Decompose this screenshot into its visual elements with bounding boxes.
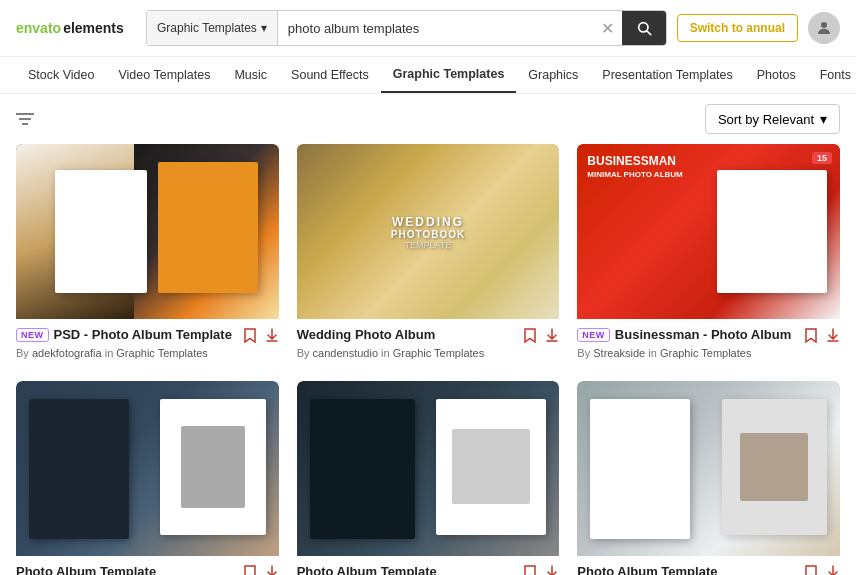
search-bar: Graphic Templates ▾ ✕ bbox=[146, 10, 667, 46]
nav-item-fonts[interactable]: Fonts bbox=[808, 58, 856, 92]
nav-item-photos[interactable]: Photos bbox=[745, 58, 808, 92]
card-info: Wedding Photo Album bbox=[297, 319, 560, 363]
card-info: Photo Album Template bbox=[577, 556, 840, 575]
nav-item-graphic-templates[interactable]: Graphic Templates bbox=[381, 57, 517, 93]
download-icon[interactable] bbox=[265, 564, 279, 575]
card-info: Photo Album Template bbox=[16, 556, 279, 575]
bookmark-icon[interactable] bbox=[523, 327, 537, 347]
sort-dropdown[interactable]: Sort by Relevant ▾ bbox=[705, 104, 840, 134]
download-icon[interactable] bbox=[826, 564, 840, 575]
search-clear-icon[interactable]: ✕ bbox=[593, 19, 622, 38]
search-button[interactable] bbox=[622, 11, 666, 45]
card-title: Photo Album Template bbox=[577, 564, 717, 575]
search-category-label: Graphic Templates bbox=[157, 21, 257, 35]
filter-button[interactable] bbox=[16, 112, 34, 126]
logo: envato elements bbox=[16, 20, 136, 36]
card-title-text: PSD - Photo Album Template bbox=[54, 327, 232, 342]
card-title: NEW Businessman - Photo Album bbox=[577, 327, 791, 342]
bookmark-icon[interactable] bbox=[804, 564, 818, 575]
card-title-text: Photo Album Template bbox=[297, 564, 437, 575]
results-grid: NEW PSD - Photo Album Template bbox=[0, 144, 856, 575]
nav-item-graphics[interactable]: Graphics bbox=[516, 58, 590, 92]
card-category[interactable]: Graphic Templates bbox=[393, 347, 485, 359]
sort-chevron-icon: ▾ bbox=[820, 111, 827, 127]
bookmark-icon[interactable] bbox=[523, 564, 537, 575]
card-category[interactable]: Graphic Templates bbox=[660, 347, 752, 359]
switch-annual-button[interactable]: Switch to annual bbox=[677, 14, 798, 42]
card-actions bbox=[804, 564, 840, 575]
card-title: NEW PSD - Photo Album Template bbox=[16, 327, 232, 342]
card-header-row: NEW Businessman - Photo Album bbox=[577, 327, 840, 347]
card-author-name[interactable]: candenstudio bbox=[313, 347, 378, 359]
card-author: By Streakside in Graphic Templates bbox=[577, 347, 840, 359]
card-header-row: Wedding Photo Album bbox=[297, 327, 560, 347]
card-title-text: Photo Album Template bbox=[16, 564, 156, 575]
card-title-text: Businessman - Photo Album bbox=[615, 327, 791, 342]
user-avatar[interactable] bbox=[808, 12, 840, 44]
card-actions bbox=[523, 327, 559, 347]
card-header-row: NEW PSD - Photo Album Template bbox=[16, 327, 279, 347]
card-author: By candenstudio in Graphic Templates bbox=[297, 347, 560, 359]
card-header-row: Photo Album Template bbox=[16, 564, 279, 575]
badge-new: NEW bbox=[16, 328, 49, 342]
card-item: NEW PSD - Photo Album Template bbox=[16, 144, 279, 363]
card-item: BUSINESSMAN MINIMAL PHOTO ALBUM 15 NEW B… bbox=[577, 144, 840, 363]
bookmark-icon[interactable] bbox=[243, 327, 257, 347]
nav-item-video-templates[interactable]: Video Templates bbox=[106, 58, 222, 92]
svg-point-2 bbox=[821, 22, 827, 28]
card-item: Photo Album Template bbox=[297, 381, 560, 575]
card-item: Photo Album Template bbox=[16, 381, 279, 575]
card-item: WEDDING PHOTOBOOK TEMPLATE Wedding Photo… bbox=[297, 144, 560, 363]
toolbar: Sort by Relevant ▾ bbox=[0, 94, 856, 144]
filter-icon bbox=[16, 112, 34, 126]
card-info: Photo Album Template bbox=[297, 556, 560, 575]
download-icon[interactable] bbox=[826, 327, 840, 347]
card-item: Photo Album Template bbox=[577, 381, 840, 575]
card-title: Photo Album Template bbox=[297, 564, 437, 575]
nav-item-presentation-templates[interactable]: Presentation Templates bbox=[590, 58, 744, 92]
card-actions bbox=[804, 327, 840, 347]
card-title: Photo Album Template bbox=[16, 564, 156, 575]
card-actions bbox=[243, 564, 279, 575]
header: envato elements Graphic Templates ▾ ✕ Sw… bbox=[0, 0, 856, 57]
main-nav: Stock Video Video Templates Music Sound … bbox=[0, 57, 856, 94]
nav-item-sound-effects[interactable]: Sound Effects bbox=[279, 58, 381, 92]
card-header-row: Photo Album Template bbox=[297, 564, 560, 575]
logo-envato-text: envato bbox=[16, 20, 61, 36]
card-title: Wedding Photo Album bbox=[297, 327, 436, 342]
badge-new: NEW bbox=[577, 328, 610, 342]
card-category[interactable]: Graphic Templates bbox=[116, 347, 208, 359]
card-actions bbox=[523, 564, 559, 575]
download-icon[interactable] bbox=[545, 327, 559, 347]
nav-item-stock-video[interactable]: Stock Video bbox=[16, 58, 106, 92]
card-title-text: Wedding Photo Album bbox=[297, 327, 436, 342]
category-chevron-icon: ▾ bbox=[261, 21, 267, 35]
card-author-name[interactable]: adekfotografia bbox=[32, 347, 102, 359]
card-info: NEW PSD - Photo Album Template bbox=[16, 319, 279, 363]
sort-label: Sort by Relevant bbox=[718, 112, 814, 127]
search-category-dropdown[interactable]: Graphic Templates ▾ bbox=[147, 11, 278, 45]
card-info: NEW Businessman - Photo Album bbox=[577, 319, 840, 363]
download-icon[interactable] bbox=[545, 564, 559, 575]
card-author: By adekfotografia in Graphic Templates bbox=[16, 347, 279, 359]
card-title-text: Photo Album Template bbox=[577, 564, 717, 575]
search-input[interactable] bbox=[278, 11, 593, 45]
svg-line-1 bbox=[647, 31, 651, 35]
card-author-name[interactable]: Streakside bbox=[593, 347, 645, 359]
nav-item-music[interactable]: Music bbox=[222, 58, 279, 92]
search-icon bbox=[636, 20, 652, 36]
card-header-row: Photo Album Template bbox=[577, 564, 840, 575]
bookmark-icon[interactable] bbox=[243, 564, 257, 575]
user-icon bbox=[815, 19, 833, 37]
card-actions bbox=[243, 327, 279, 347]
logo-elements-text: elements bbox=[63, 20, 124, 36]
download-icon[interactable] bbox=[265, 327, 279, 347]
bookmark-icon[interactable] bbox=[804, 327, 818, 347]
